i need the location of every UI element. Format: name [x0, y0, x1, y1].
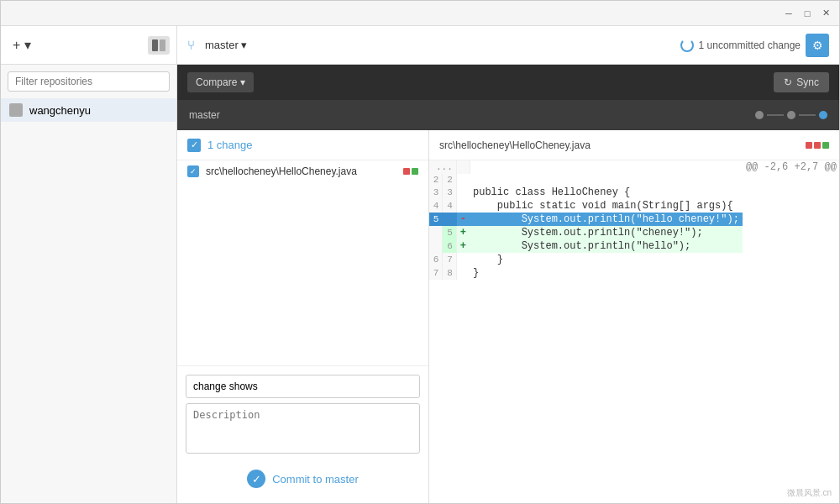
dot-active [819, 111, 827, 119]
split-area: ✓ 1 change ✓ src\hellocheney\HelloCheney… [177, 130, 839, 503]
branch-bar: master [177, 100, 839, 130]
line-num-old: 5 [429, 213, 443, 226]
dot-line-2 [799, 114, 816, 116]
diff-code: System.out.println("hello"); [470, 239, 743, 253]
line-num-old: 7 [429, 266, 443, 280]
select-all-checkbox[interactable]: ✓ [187, 139, 201, 152]
table-row: 5 - System.out.println("hello cheney!"); [429, 213, 839, 226]
left-panel: ✓ 1 change ✓ src\hellocheney\HelloCheney… [177, 130, 429, 503]
diff-added-badge [822, 142, 829, 149]
right-panel: src\hellocheney\HelloCheney.java ...@@ -… [429, 130, 839, 503]
commit-description-input[interactable] [186, 403, 420, 454]
table-row: 2 2 [429, 174, 839, 186]
diff-sign [456, 253, 470, 266]
diff-content[interactable]: ...@@ -2,6 +2,7 @@ package hellocheney; … [429, 160, 839, 503]
sync-icon: ↻ [784, 76, 792, 88]
table-row: 7 8 } [429, 266, 839, 280]
sync-label: Sync [796, 76, 819, 88]
diff-sign [456, 266, 470, 280]
diff-code: } [470, 253, 743, 266]
table-row: 3 3 public class HelloCheney { [429, 186, 839, 199]
diff-header-badges [806, 142, 829, 149]
filter-repositories-input[interactable] [8, 71, 170, 92]
branch-icon: ⑂ [187, 38, 195, 52]
diff-code: public static void main(String[] args){ [470, 199, 743, 213]
dot-1 [755, 111, 764, 119]
file-item[interactable]: ✓ src\hellocheney\HelloCheney.java [177, 160, 428, 182]
diff-removed-badge [806, 142, 812, 149]
line-num-old: 2 [429, 174, 443, 186]
file-badges [403, 168, 418, 175]
dot-2 [787, 111, 795, 119]
diff-sign [456, 186, 470, 199]
file-checkbox[interactable]: ✓ [187, 165, 199, 177]
diff-sign [456, 199, 470, 213]
repo-name: wangchenyu [29, 104, 91, 117]
commit-check-icon: ✓ [247, 470, 265, 488]
diff-code: public class HelloCheney { [470, 186, 743, 199]
line-num-new: 6 [443, 239, 456, 253]
top-bar: ⑂ master ▾ 1 uncommitted change ⚙ [177, 26, 839, 65]
diff-sign: + [456, 239, 470, 253]
diff-code: System.out.println("cheney!"); [470, 226, 743, 239]
branch-arrow-icon: ▾ [241, 39, 247, 51]
diff-code [470, 174, 743, 186]
branch-dots [755, 111, 827, 119]
line-num-new [443, 213, 456, 226]
dot-line-1 [767, 114, 784, 116]
branch-name: master [205, 39, 239, 51]
diff-sign: + [456, 226, 470, 239]
table-row: 4 4 public static void main(String[] arg… [429, 199, 839, 213]
added-badge [412, 168, 418, 175]
add-button[interactable]: + ▾ [8, 34, 36, 56]
title-bar: ─ □ ✕ [1, 1, 839, 26]
main-content: ⑂ master ▾ 1 uncommitted change ⚙ Compar… [177, 26, 839, 503]
sync-spinner-icon [680, 39, 694, 52]
commit-area: ✓ Commit to master [177, 365, 428, 503]
commit-button[interactable]: ✓ Commit to master [186, 463, 420, 495]
line-num-new: 4 [443, 199, 456, 213]
diff-code: System.out.println("hello cheney!"); [470, 213, 743, 226]
line-num-new: 5 [443, 226, 456, 239]
line-num-new: 8 [443, 266, 456, 280]
line-num-old: 4 [429, 199, 443, 213]
table-row: 5 + System.out.println("cheney!"); [429, 226, 839, 239]
close-button[interactable]: ✕ [819, 7, 832, 20]
line-num-new: 7 [443, 253, 456, 266]
line-num-new: 2 [443, 174, 456, 186]
line-num-old [429, 226, 443, 239]
layout-toggle-button[interactable] [148, 36, 170, 55]
line-num-old: 6 [429, 253, 443, 266]
watermark: 微晨风景.cn [787, 487, 832, 499]
branch-bar-name: master [189, 109, 220, 121]
commit-label: Commit to master [272, 473, 359, 486]
line-num-new: 3 [443, 186, 456, 199]
svg-rect-0 [152, 39, 158, 51]
uncommitted-info: 1 uncommitted change ⚙ [680, 34, 829, 57]
line-num-old: 3 [429, 186, 443, 199]
diff-code: } [470, 266, 743, 280]
sidebar: + ▾ wangchenyu [1, 26, 177, 503]
repo-icon [9, 103, 23, 117]
maximize-button[interactable]: □ [801, 7, 814, 20]
branch-selector[interactable]: master ▾ [205, 39, 247, 51]
diff-sign [456, 174, 470, 186]
svg-rect-1 [160, 39, 165, 51]
table-row: 6 7 } [429, 253, 839, 266]
sidebar-toolbar: + ▾ [1, 26, 176, 65]
change-count: 1 change [207, 139, 253, 151]
compare-button[interactable]: Compare ▾ [187, 72, 254, 92]
diff-sign: - [456, 213, 470, 226]
diff-removed-badge-2 [814, 142, 821, 149]
compare-bar: Compare ▾ ↻ Sync [177, 65, 839, 100]
commit-message-input[interactable] [186, 375, 420, 398]
removed-badge [403, 168, 410, 175]
table-row: 6 + System.out.println("hello"); [429, 239, 839, 253]
uncommitted-label: 1 uncommitted change [699, 39, 801, 51]
file-name: src\hellocheney\HelloCheney.java [206, 165, 396, 177]
minimize-button[interactable]: ─ [782, 7, 795, 20]
settings-button[interactable]: ⚙ [806, 34, 829, 57]
repository-item[interactable]: wangchenyu [1, 98, 176, 122]
sync-button[interactable]: ↻ Sync [774, 72, 829, 92]
diff-file-path: src\hellocheney\HelloCheney.java [439, 139, 591, 151]
